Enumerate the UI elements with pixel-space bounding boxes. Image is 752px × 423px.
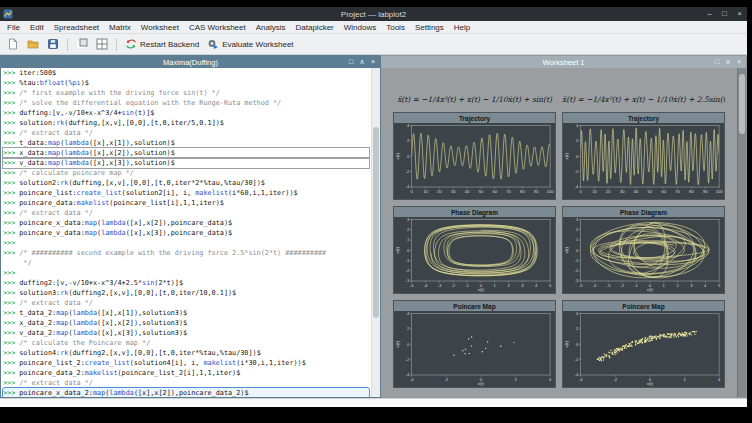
menu-item-worksheet[interactable]: Worksheet [136,23,184,32]
plot-phase-diagram-1[interactable]: Phase Diagram-5-4-3-2-1012345-3-2-10123v… [393,206,556,294]
close-button[interactable]: × [732,7,747,21]
svg-text:2: 2 [683,377,686,382]
console-line: >>>v_data:map(lambda([x],x[3]),solution)… [3,158,369,168]
worksheet-view: ẍ(t) = −1/4x³(t) + x(t) − 1/10ẋ(t) + sin… [381,68,746,397]
svg-text:-2: -2 [406,357,410,362]
plot-title: Trajectory [394,113,555,123]
tile-windows-button[interactable] [93,36,111,52]
menu-item-settings[interactable]: Settings [410,23,449,32]
svg-text:2: 2 [407,227,410,232]
svg-text:-2: -2 [575,357,579,362]
svg-text:4: 4 [576,123,579,128]
console-scrollbar-thumb[interactable] [373,127,379,318]
svg-text:4: 4 [407,123,410,128]
svg-text:100: 100 [716,189,724,194]
svg-text:-4: -4 [575,184,579,189]
svg-text:x(t): x(t) [564,153,569,160]
svg-text:0: 0 [576,154,579,159]
svg-text:-2: -2 [406,169,410,174]
title-bar[interactable]: Project — labplot2 – □ × [0,7,747,21]
console-line: >>>poincare_data:makelist(poincare_list[… [3,198,369,208]
close-window-icon[interactable]: × [734,56,744,68]
worksheet-scrollbar[interactable] [737,68,746,397]
svg-text:-1: -1 [465,283,469,288]
console-line: >>>/* solve the differential equation wi… [3,98,369,108]
plot-poincare-map-1[interactable]: Poincare Map-4-2024-4-2024v(t)x(t) [393,300,556,388]
plot-area: -4-2024-4-2024v(t)x(t) [394,311,555,387]
maxima-subwindow: Maxima(Duffing) □ ∧ × >>>iter:500$>>>%ta… [0,55,381,398]
svg-text:2: 2 [514,377,517,382]
float-window-icon[interactable]: □ [712,56,722,68]
save-project-button[interactable] [44,36,62,52]
svg-text:100: 100 [547,189,555,194]
menu-item-windows[interactable]: Windows [339,23,381,32]
plot-canvas: -5-4-3-2-1012345-3-2-10123v(t)x(t) [394,217,555,293]
curve [581,128,719,185]
menu-item-cas-worksheet[interactable]: CAS Worksheet [184,23,251,32]
console-text-area[interactable]: >>>iter:500$>>>%tau:bfloat(%pi)$>>>/* fi… [1,68,371,397]
plot-canvas: -4-2024-4-2024v(t)x(t) [394,311,555,387]
plot-poincare-map-2[interactable]: Poincare Map-4-2024-4-2024v(t)x(t) [562,300,725,388]
minimize-button[interactable]: – [702,7,717,21]
svg-text:0: 0 [576,248,579,253]
console-line: >>>/* ########## second example with the… [3,248,369,258]
maxima-title: Maxima(Duffing) [1,58,380,67]
cascade-windows-button[interactable] [73,36,91,52]
float-window-icon[interactable]: □ [346,56,356,68]
menu-item-tools[interactable]: Tools [381,23,410,32]
curve [425,225,538,276]
menu-item-datapicker[interactable]: Datapicker [291,23,339,32]
save-icon [47,38,59,50]
svg-text:40: 40 [634,189,639,194]
open-project-button[interactable] [24,36,42,52]
plot-title: Poincare Map [394,301,555,311]
plot-phase-diagram-2[interactable]: Phase Diagram-5-4-3-2-1012345-3-2-10123v… [562,206,725,294]
worksheet-scrollbar-thumb[interactable] [739,74,745,134]
svg-text:x(t): x(t) [478,287,485,292]
svg-text:1: 1 [663,283,666,288]
svg-text:0: 0 [576,342,579,347]
menu-item-matrix[interactable]: Matrix [104,23,136,32]
svg-text:70: 70 [506,189,511,194]
console-scrollbar[interactable] [371,68,380,397]
menu-item-analysis[interactable]: Analysis [251,23,291,32]
svg-text:2: 2 [507,283,510,288]
collapse-window-icon[interactable]: ∧ [723,56,733,68]
close-window-icon[interactable]: × [368,56,378,68]
worksheet-page[interactable]: ẍ(t) = −1/4x³(t) + x(t) − 1/10ẋ(t) + sin… [381,68,737,397]
plot-canvas: 0102030405060708090100-4-2024x(t) [394,123,555,199]
plot-area: -4-2024-4-2024v(t)x(t) [563,311,724,387]
menu-item-file[interactable]: File [2,23,25,32]
collapse-window-icon[interactable]: ∧ [357,56,367,68]
svg-text:40: 40 [465,189,470,194]
menu-item-edit[interactable]: Edit [25,23,49,32]
plot-trajectory-1[interactable]: Trajectory0102030405060708090100-4-2024x… [393,112,556,200]
maximize-button[interactable]: □ [717,7,732,21]
svg-text:1: 1 [576,237,579,242]
restart-icon [125,38,137,50]
evaluate-worksheet-button[interactable]: Evaluate Worksheet [204,36,296,52]
svg-text:-3: -3 [438,283,442,288]
console-line: >>>%tau:bfloat(%pi)$ [3,78,369,88]
plot-title: Trajectory [563,113,724,123]
new-project-button[interactable] [4,36,22,52]
console-line: >>>solution2:rk(duffing,[x,v],[0,0],[t,0… [3,178,369,188]
menu-item-spreadsheet[interactable]: Spreadsheet [49,23,104,32]
maxima-titlebar[interactable]: Maxima(Duffing) □ ∧ × [1,56,380,68]
menu-item-help[interactable]: Help [449,23,475,32]
svg-text:50: 50 [648,189,653,194]
main-toolbar: Restart Backend Evaluate Worksheet [0,34,747,55]
svg-text:-2: -2 [406,268,410,273]
svg-text:4: 4 [407,311,410,316]
restart-backend-button[interactable]: Restart Backend [122,36,202,52]
svg-text:v(t): v(t) [564,247,569,254]
worksheet-titlebar[interactable]: Worksheet 1 □ ∧ × [381,56,746,68]
svg-text:3: 3 [521,283,524,288]
svg-text:-5: -5 [579,283,583,288]
console-line: >>>/* extract data */ [3,128,369,138]
svg-text:90: 90 [534,189,539,194]
equation-label-1: ẍ(t) = −1/4x³(t) + x(t) − 1/10ẋ(t) + sin… [393,95,556,104]
console-line: >>>t_data:map(lambda([x],x[1]),solution)… [3,138,369,148]
plot-trajectory-2[interactable]: Trajectory0102030405060708090100-4-2024x… [562,112,725,200]
maxima-console[interactable]: >>>iter:500$>>>%tau:bfloat(%pi)$>>>/* fi… [1,68,380,397]
